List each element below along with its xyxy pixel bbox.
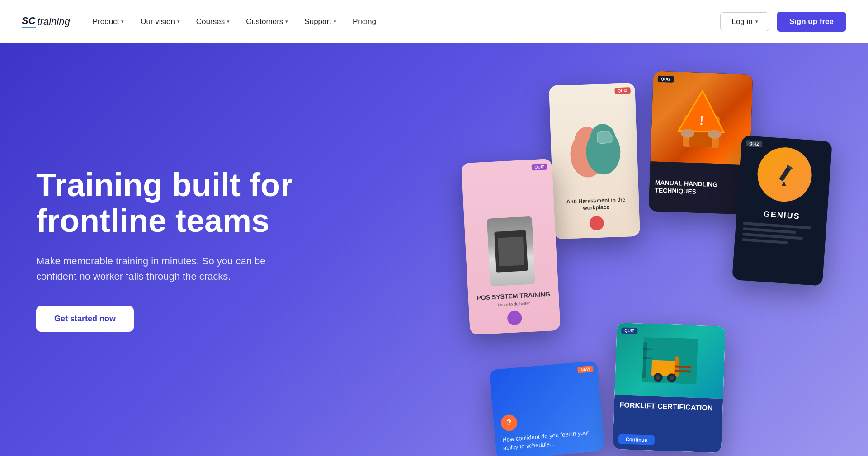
chevron-down-icon: ▾ bbox=[177, 19, 180, 24]
cta-label: Get started now bbox=[54, 314, 116, 323]
card5-continue-btn: Continue bbox=[618, 434, 655, 445]
nav-support-label: Support bbox=[304, 17, 331, 26]
svg-rect-13 bbox=[675, 365, 691, 368]
svg-point-1 bbox=[574, 126, 600, 156]
card3-photo: ! bbox=[650, 71, 753, 165]
login-label: Log in bbox=[731, 17, 752, 26]
logo-training: training bbox=[38, 16, 70, 28]
chevron-down-icon: ▾ bbox=[227, 19, 230, 24]
chevron-down-icon: ▾ bbox=[755, 19, 758, 24]
svg-text:!: ! bbox=[699, 113, 704, 127]
nav-actions: Log in ▾ Sign up free bbox=[720, 12, 846, 32]
svg-point-15 bbox=[653, 373, 663, 382]
card3-bottom: Manual Handling Techniques bbox=[649, 161, 750, 215]
nav-ourvision-label: Our vision bbox=[140, 17, 175, 26]
card6-icon bbox=[756, 146, 814, 203]
svg-point-18 bbox=[670, 376, 674, 380]
svg-rect-19 bbox=[642, 342, 647, 378]
nav-links: Product ▾ Our vision ▾ Courses ▾ Custome… bbox=[85, 14, 721, 30]
card2-subtitle: Learn to do better bbox=[498, 301, 530, 307]
svg-rect-22 bbox=[779, 166, 792, 182]
svg-rect-10 bbox=[642, 337, 698, 384]
nav-item-product[interactable]: Product ▾ bbox=[85, 14, 132, 30]
card4-tag: NEW bbox=[577, 366, 594, 373]
cta-button[interactable]: Get started now bbox=[36, 306, 134, 332]
logo-sc: SC bbox=[22, 15, 36, 28]
nav-product-label: Product bbox=[93, 17, 119, 26]
chevron-down-icon: ▾ bbox=[121, 19, 124, 24]
svg-point-17 bbox=[667, 373, 676, 383]
hero-content: Training built for frontline teams Make … bbox=[0, 167, 307, 332]
nav-customers-label: Customers bbox=[246, 17, 283, 26]
svg-marker-23 bbox=[782, 181, 787, 186]
svg-rect-11 bbox=[651, 360, 679, 377]
card-pos-system: QUIZ POS SYSTEM TRAINING Learn to do bet… bbox=[461, 159, 561, 335]
card6-content-lines bbox=[734, 217, 826, 254]
svg-point-16 bbox=[656, 375, 660, 380]
navbar: SC training Product ▾ Our vision ▾ Cours… bbox=[0, 0, 868, 43]
hero-cards: QUIZ Anti Harassment in the wo bbox=[461, 43, 868, 456]
svg-rect-14 bbox=[675, 370, 691, 372]
card-manual-handling: QUIZ ! Manual Handling Techniques bbox=[649, 71, 753, 214]
nav-item-customers[interactable]: Customers ▾ bbox=[238, 14, 296, 30]
card1-action-btn bbox=[589, 216, 604, 230]
signup-label: Sign up free bbox=[789, 17, 834, 26]
card4-text: How confident do you feel in your abilit… bbox=[502, 428, 597, 452]
signup-button[interactable]: Sign up free bbox=[777, 12, 846, 32]
svg-rect-12 bbox=[674, 356, 679, 376]
svg-point-9 bbox=[708, 130, 722, 139]
svg-rect-24 bbox=[786, 165, 793, 170]
login-button[interactable]: Log in ▾ bbox=[720, 12, 769, 31]
svg-rect-21 bbox=[643, 357, 652, 359]
card-forklift: QUIZ bbox=[613, 323, 726, 453]
card3-title: Manual Handling Techniques bbox=[655, 179, 744, 197]
hero-section: Training built for frontline teams Make … bbox=[0, 43, 868, 456]
nav-item-pricing[interactable]: Pricing bbox=[344, 14, 384, 30]
nav-item-ourvision[interactable]: Our vision ▾ bbox=[132, 14, 188, 30]
nav-courses-label: Courses bbox=[196, 17, 225, 26]
card1-title: Anti Harassment in the workplace bbox=[560, 196, 632, 213]
card5-bottom: FORKLIFT CERTIFICATION Continue bbox=[613, 395, 723, 453]
svg-rect-4 bbox=[683, 115, 720, 148]
svg-marker-6 bbox=[679, 90, 725, 132]
nav-pricing-label: Pricing bbox=[353, 17, 376, 26]
nav-item-courses[interactable]: Courses ▾ bbox=[188, 14, 238, 30]
card6-tag: QUIZ bbox=[746, 140, 762, 147]
card-genius: QUIZ GENIUS bbox=[732, 135, 832, 286]
card5-photo bbox=[614, 323, 725, 399]
card2-title: POS SYSTEM TRAINING bbox=[476, 291, 550, 302]
hero-title: Training built for frontline teams bbox=[36, 167, 307, 239]
svg-point-2 bbox=[585, 129, 621, 175]
svg-point-3 bbox=[590, 123, 616, 153]
card2-tag: QUIZ bbox=[531, 164, 547, 171]
card5-tag: QUIZ bbox=[621, 327, 637, 334]
card5-title: FORKLIFT CERTIFICATION bbox=[619, 400, 717, 413]
card6-title: GENIUS bbox=[736, 207, 827, 223]
card2-device-image bbox=[487, 216, 536, 287]
svg-rect-5 bbox=[689, 115, 713, 148]
card1-tag: QUIZ bbox=[614, 87, 631, 94]
chevron-down-icon: ▾ bbox=[334, 19, 336, 24]
hero-subtitle: Make memorable training in minutes. So y… bbox=[36, 254, 271, 284]
nav-item-support[interactable]: Support ▾ bbox=[296, 14, 344, 30]
card-questionnaire: NEW ? How confident do you feel in your … bbox=[489, 361, 605, 456]
svg-rect-20 bbox=[643, 348, 652, 350]
chevron-down-icon: ▾ bbox=[285, 19, 288, 24]
card1-image bbox=[559, 110, 629, 194]
card3-tag: QUIZ bbox=[658, 76, 674, 83]
logo[interactable]: SC training bbox=[22, 15, 70, 28]
svg-point-8 bbox=[680, 128, 694, 138]
card-anti-harassment: QUIZ Anti Harassment in the wo bbox=[549, 83, 640, 239]
svg-point-0 bbox=[570, 132, 605, 178]
